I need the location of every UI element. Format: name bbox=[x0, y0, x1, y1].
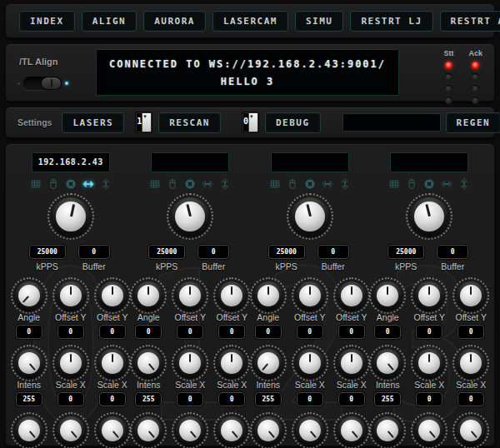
kpps-value[interactable]: 25000 bbox=[268, 245, 305, 259]
intens-value[interactable]: 255 bbox=[255, 392, 282, 406]
channel-ip-display[interactable] bbox=[390, 152, 468, 172]
blue-knob[interactable] bbox=[457, 416, 485, 445]
angle-value[interactable]: 0 bbox=[16, 325, 42, 339]
offset-y-value[interactable]: 0 bbox=[458, 325, 484, 339]
offset-y-value[interactable]: 0 bbox=[297, 325, 323, 339]
scale-x-knob[interactable] bbox=[457, 349, 485, 377]
offset-y-knob[interactable] bbox=[98, 281, 127, 310]
red-knob[interactable] bbox=[254, 416, 282, 445]
scale-x-knob[interactable] bbox=[415, 349, 443, 377]
buffer-value[interactable]: 0 bbox=[437, 245, 468, 259]
debug-button[interactable]: DEBUG bbox=[265, 112, 321, 133]
offset-y-value[interactable]: 0 bbox=[416, 325, 442, 339]
offset-y-knob[interactable] bbox=[57, 281, 85, 310]
channel-ip-display[interactable]: 192.168.2.43 bbox=[32, 152, 110, 172]
angle-knob[interactable] bbox=[254, 281, 282, 310]
scale-x-knob[interactable] bbox=[57, 349, 85, 377]
grid-icon[interactable] bbox=[149, 178, 161, 190]
offset-y-knob[interactable] bbox=[176, 281, 204, 310]
angle-knob[interactable] bbox=[373, 281, 402, 310]
offset-y-value[interactable]: 0 bbox=[99, 325, 126, 339]
toggle-handle[interactable] bbox=[42, 77, 61, 89]
nav-simu-button[interactable]: SIMU bbox=[295, 11, 344, 32]
offset-y-value[interactable]: 0 bbox=[177, 325, 203, 339]
scale-x-value[interactable]: 0 bbox=[458, 392, 484, 406]
v-arrows-icon[interactable] bbox=[339, 178, 351, 190]
intens-value[interactable]: 255 bbox=[16, 392, 42, 406]
x-circle-icon[interactable] bbox=[184, 178, 196, 190]
angle-value[interactable]: 0 bbox=[135, 325, 162, 339]
nav-aurora-button[interactable]: AURORA bbox=[143, 11, 206, 32]
angle-knob[interactable] bbox=[134, 281, 162, 310]
green-knob[interactable] bbox=[296, 416, 324, 445]
intens-value[interactable]: 255 bbox=[135, 392, 162, 406]
v-arrows-icon[interactable] bbox=[219, 178, 231, 190]
red-knob[interactable] bbox=[134, 416, 162, 445]
buffer-value[interactable]: 0 bbox=[78, 245, 110, 259]
nav-restart-lj-button[interactable]: RESTRT LJ bbox=[350, 11, 432, 32]
offset-y-value[interactable]: 0 bbox=[218, 325, 245, 339]
blue-knob[interactable] bbox=[218, 416, 246, 445]
tl-align-toggle[interactable] bbox=[23, 77, 62, 90]
buffer-value[interactable]: 0 bbox=[198, 245, 229, 259]
intens-knob[interactable] bbox=[373, 349, 402, 377]
red-knob[interactable] bbox=[373, 416, 402, 445]
red-knob[interactable] bbox=[15, 416, 43, 445]
offset-y-value[interactable]: 0 bbox=[58, 325, 84, 339]
green-knob[interactable] bbox=[57, 416, 85, 445]
offset-y-knob[interactable] bbox=[457, 281, 485, 310]
scale-x-knob[interactable] bbox=[176, 349, 204, 377]
offset-y-knob[interactable] bbox=[296, 281, 324, 310]
scale-x-knob[interactable] bbox=[296, 349, 324, 377]
scale-x-value[interactable]: 0 bbox=[416, 392, 442, 406]
kpps-value[interactable]: 25000 bbox=[388, 245, 424, 259]
scale-x-value[interactable]: 0 bbox=[297, 392, 323, 406]
nav-align-button[interactable]: ALIGN bbox=[82, 11, 138, 32]
regen-input[interactable] bbox=[342, 113, 441, 132]
scale-x-knob[interactable] bbox=[218, 349, 246, 377]
grid-icon[interactable] bbox=[388, 178, 400, 190]
h-arrows-icon[interactable] bbox=[82, 178, 94, 190]
nav-index-button[interactable]: INDEX bbox=[19, 11, 75, 32]
x-circle-icon[interactable] bbox=[304, 178, 316, 190]
scale-x-value[interactable]: 0 bbox=[99, 392, 126, 406]
blue-knob[interactable] bbox=[338, 416, 366, 445]
kpps-value[interactable]: 25000 bbox=[29, 245, 66, 259]
intens-value[interactable]: 255 bbox=[374, 392, 401, 406]
h-arrows-icon[interactable] bbox=[441, 178, 452, 190]
offset-y-knob[interactable] bbox=[415, 281, 443, 310]
buffer-value[interactable]: 0 bbox=[318, 245, 349, 259]
mouse-icon[interactable] bbox=[167, 178, 178, 190]
laser-count-select[interactable]: 1 bbox=[136, 112, 152, 132]
mouse-icon[interactable] bbox=[48, 178, 59, 190]
angle-knob[interactable] bbox=[15, 281, 43, 310]
kpps-value[interactable]: 25000 bbox=[148, 245, 185, 259]
green-knob[interactable] bbox=[415, 416, 443, 445]
intens-knob[interactable] bbox=[254, 349, 282, 377]
select-scrollbar[interactable] bbox=[142, 113, 151, 132]
debug-level-select[interactable]: 0 bbox=[242, 112, 258, 132]
x-circle-icon[interactable] bbox=[423, 178, 435, 190]
offset-y-value[interactable]: 0 bbox=[338, 325, 365, 339]
intens-knob[interactable] bbox=[134, 349, 162, 377]
scale-x-knob[interactable] bbox=[98, 349, 127, 377]
v-arrows-icon[interactable] bbox=[458, 178, 470, 190]
v-arrows-icon[interactable] bbox=[100, 178, 112, 190]
h-arrows-icon[interactable] bbox=[202, 178, 213, 190]
kpps-knob[interactable] bbox=[52, 197, 90, 236]
scale-x-value[interactable]: 0 bbox=[218, 392, 245, 406]
kpps-knob[interactable] bbox=[410, 197, 448, 236]
mouse-icon[interactable] bbox=[406, 178, 418, 190]
blue-knob[interactable] bbox=[98, 416, 127, 445]
lasers-button[interactable]: LASERS bbox=[62, 112, 124, 133]
green-knob[interactable] bbox=[176, 416, 204, 445]
regen-button[interactable]: REGEN bbox=[446, 112, 500, 133]
nav-restart-au-button[interactable]: RESTRT AU bbox=[440, 11, 500, 32]
h-arrows-icon[interactable] bbox=[322, 178, 333, 190]
kpps-knob[interactable] bbox=[291, 197, 329, 236]
intens-knob[interactable] bbox=[15, 349, 43, 377]
angle-value[interactable]: 0 bbox=[374, 325, 401, 339]
channel-ip-display[interactable] bbox=[271, 152, 349, 172]
x-circle-icon[interactable] bbox=[65, 178, 77, 190]
scale-x-value[interactable]: 0 bbox=[338, 392, 365, 406]
